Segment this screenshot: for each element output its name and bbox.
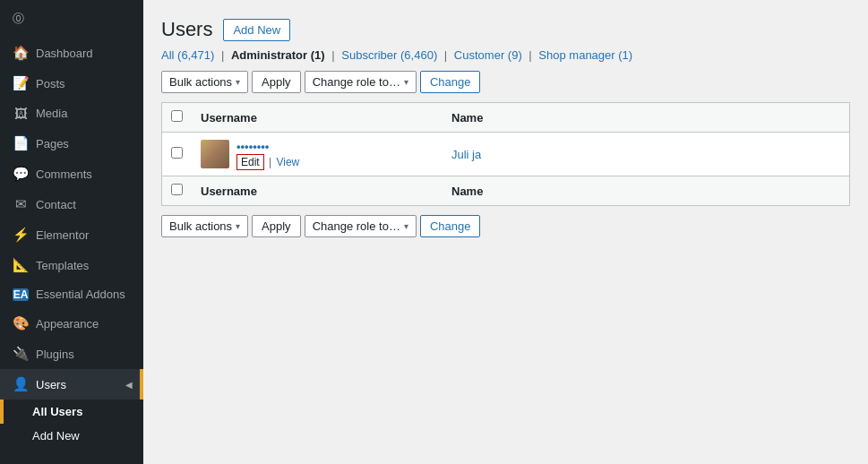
filter-all[interactable]: All (6,471): [161, 48, 214, 62]
sidebar-item-label: Comments: [36, 168, 92, 181]
sep-4: |: [529, 48, 531, 62]
users-submenu: All Users Add New: [0, 400, 143, 448]
change-role-top-label: Change role to…: [313, 75, 400, 89]
footer-col-header-name[interactable]: Name: [443, 176, 850, 206]
bulk-actions-bottom-dropdown[interactable]: Bulk actions ▾: [161, 215, 248, 237]
apply-top-button[interactable]: Apply: [252, 71, 301, 93]
toolbar-bottom: Bulk actions ▾ Apply Change role to… ▾ C…: [161, 215, 850, 237]
apply-bottom-button[interactable]: Apply: [252, 215, 301, 237]
dashboard-icon: 🏠: [13, 45, 29, 61]
page-title: Users: [161, 18, 212, 41]
sep-3: |: [444, 48, 447, 62]
sep-1: |: [221, 48, 224, 62]
sidebar-item-label: Media: [36, 107, 67, 120]
change-role-bottom-dropdown[interactable]: Change role to… ▾: [305, 215, 417, 237]
footer-col-header-checkbox: [162, 176, 193, 206]
sidebar-item-label: Pages: [36, 137, 69, 150]
submenu-item-add-new[interactable]: Add New: [0, 424, 143, 448]
change-top-button[interactable]: Change: [420, 71, 481, 93]
posts-icon: 📝: [13, 75, 29, 91]
row-checkbox-cell: [162, 133, 193, 176]
avatar-cell: •••••••• Edit | View: [201, 140, 434, 168]
username-info: •••••••• Edit | View: [236, 140, 299, 168]
username-display: ••••••••: [236, 140, 299, 153]
row-name-cell: Juli ja: [443, 133, 850, 176]
row-checkbox[interactable]: [171, 147, 183, 159]
name-link[interactable]: Juli ja: [451, 148, 481, 161]
sidebar-item-label: Appearance: [36, 317, 99, 331]
media-icon: 🖼: [13, 106, 29, 121]
page-header: Users Add New: [161, 18, 850, 41]
sidebar-item-label: Dashboard: [36, 47, 93, 60]
col-header-username[interactable]: Username: [192, 103, 443, 133]
sidebar-item-label: Elementor: [36, 228, 89, 242]
wp-logo-icon: ⓪: [13, 11, 24, 27]
change-role-top-chevron: ▾: [404, 77, 408, 87]
table-row: •••••••• Edit | View Juli ja: [162, 133, 850, 176]
filter-administrator: Administrator (1): [231, 48, 325, 62]
sidebar-item-appearance[interactable]: 🎨 Appearance: [0, 308, 143, 339]
plugins-icon: 🔌: [13, 346, 29, 362]
appearance-icon: 🎨: [13, 315, 29, 331]
comments-icon: 💬: [13, 166, 29, 182]
row-username-cell: •••••••• Edit | View: [192, 133, 443, 176]
sidebar-item-essential-addons[interactable]: EA Essential Addons: [0, 280, 143, 308]
users-table: Username Name •••••••• Edit |: [161, 102, 850, 206]
sidebar-item-label: Contact: [36, 198, 76, 211]
sidebar-item-pages[interactable]: 📄 Pages: [0, 128, 143, 159]
toolbar-top: Bulk actions ▾ Apply Change role to… ▾ C…: [161, 71, 850, 93]
action-sep: |: [269, 156, 274, 168]
sep-2: |: [331, 48, 334, 62]
col-header-name[interactable]: Name: [443, 103, 850, 133]
sidebar-item-label: Templates: [36, 259, 89, 272]
pages-icon: 📄: [13, 135, 29, 151]
bulk-actions-top-label: Bulk actions: [169, 75, 232, 89]
change-role-bottom-chevron: ▾: [404, 221, 408, 231]
table-header-row: Username Name: [162, 103, 850, 133]
templates-icon: 📐: [13, 257, 29, 273]
filter-links: All (6,471) | Administrator (1) | Subscr…: [161, 48, 850, 62]
sidebar-item-label: Essential Addons: [36, 288, 125, 301]
sidebar-item-templates[interactable]: 📐 Templates: [0, 250, 143, 280]
submenu-item-all-users[interactable]: All Users: [0, 400, 143, 424]
sidebar-item-dashboard[interactable]: 🏠 Dashboard: [0, 38, 143, 68]
users-icon: 👤: [13, 376, 29, 392]
elementor-icon: ⚡: [13, 227, 29, 243]
select-all-checkbox[interactable]: [171, 110, 183, 122]
table-footer-row: Username Name: [162, 176, 850, 206]
sidebar-item-comments[interactable]: 💬 Comments: [0, 159, 143, 189]
contact-icon: ✉: [13, 196, 29, 212]
sidebar-item-users[interactable]: 👤 Users ◀: [0, 369, 143, 400]
footer-col-header-username[interactable]: Username: [192, 176, 443, 206]
change-bottom-button[interactable]: Change: [420, 215, 481, 237]
edit-link[interactable]: Edit: [236, 154, 264, 170]
change-role-top-dropdown[interactable]: Change role to… ▾: [305, 71, 417, 93]
sidebar-item-label: Plugins: [36, 348, 74, 361]
bulk-actions-bottom-label: Bulk actions: [169, 219, 232, 233]
avatar: [201, 140, 229, 168]
sidebar: ⓪ 🏠 Dashboard 📝 Posts 🖼 Media 📄 Pages 💬 …: [0, 0, 143, 464]
filter-shop-manager[interactable]: Shop manager (1): [538, 48, 632, 62]
bulk-actions-top-dropdown[interactable]: Bulk actions ▾: [161, 71, 248, 93]
sidebar-item-label: Posts: [36, 77, 65, 90]
sidebar-item-label: Users: [36, 378, 66, 391]
footer-select-all-checkbox[interactable]: [171, 184, 183, 195]
change-role-bottom-label: Change role to…: [313, 219, 400, 233]
bulk-actions-bottom-chevron: ▾: [236, 221, 240, 231]
filter-subscriber[interactable]: Subscriber (6,460): [341, 48, 437, 62]
users-arrow-icon: ◀: [125, 380, 133, 390]
main-content: Users Add New All (6,471) | Administrato…: [143, 0, 868, 464]
sidebar-item-media[interactable]: 🖼 Media: [0, 99, 143, 128]
sidebar-logo: ⓪: [0, 0, 143, 38]
bulk-actions-top-chevron: ▾: [236, 77, 240, 87]
row-actions: Edit | View: [236, 156, 299, 168]
sidebar-item-elementor[interactable]: ⚡ Elementor: [0, 219, 143, 250]
filter-customer[interactable]: Customer (9): [454, 48, 522, 62]
essential-addons-icon: EA: [13, 288, 29, 301]
sidebar-item-posts[interactable]: 📝 Posts: [0, 68, 143, 99]
sidebar-item-contact[interactable]: ✉ Contact: [0, 189, 143, 219]
sidebar-item-plugins[interactable]: 🔌 Plugins: [0, 339, 143, 369]
view-link[interactable]: View: [276, 156, 299, 168]
add-new-button[interactable]: Add New: [223, 19, 290, 41]
col-header-checkbox: [162, 103, 193, 133]
